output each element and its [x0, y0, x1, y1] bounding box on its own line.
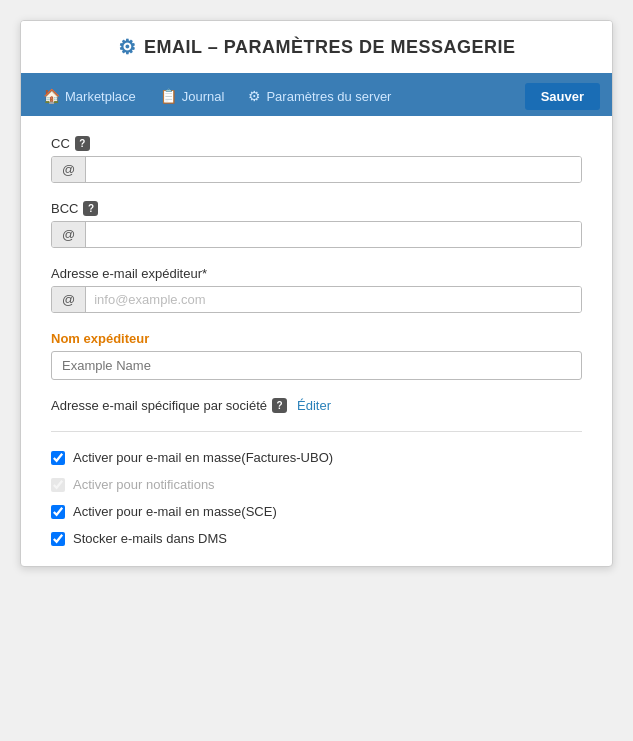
save-button[interactable]: Sauver — [525, 83, 600, 110]
checkbox-masse-factures-label[interactable]: Activer pour e-mail en masse(Factures-UB… — [73, 450, 333, 465]
specific-email-row: Adresse e-mail spécifique par société ? … — [51, 398, 582, 413]
cc-input-wrapper: @ — [51, 156, 582, 183]
sender-email-input[interactable] — [86, 287, 581, 312]
checkbox-masse-sce[interactable] — [51, 505, 65, 519]
bcc-group: BCC ? @ — [51, 201, 582, 248]
checkbox-stocker-dms[interactable] — [51, 532, 65, 546]
specific-email-label: Adresse e-mail spécifique par société ? — [51, 398, 287, 413]
tab-server-params[interactable]: ⚙ Paramètres du server — [238, 82, 401, 110]
checkbox-item-3: Activer pour e-mail en masse(SCE) — [51, 504, 582, 519]
tab-journal-label: Journal — [182, 89, 225, 104]
tab-server-params-label: Paramètres du server — [266, 89, 391, 104]
checkbox-notifications-label: Activer pour notifications — [73, 477, 215, 492]
page-title: Email – Paramètres de messagerie — [144, 37, 515, 58]
bcc-input-wrapper: @ — [51, 221, 582, 248]
form-content: CC ? @ BCC ? @ Adresse e-mail expéditeur… — [21, 116, 612, 566]
sender-name-input[interactable] — [51, 351, 582, 380]
cc-help-badge[interactable]: ? — [75, 136, 90, 151]
specific-email-help-badge[interactable]: ? — [272, 398, 287, 413]
tab-marketplace-label: Marketplace — [65, 89, 136, 104]
sender-email-input-wrapper: @ — [51, 286, 582, 313]
sender-name-group: Nom expéditeur — [51, 331, 582, 380]
edit-link[interactable]: Éditer — [297, 398, 331, 413]
cc-group: CC ? @ — [51, 136, 582, 183]
tab-journal[interactable]: 📋 Journal — [150, 82, 235, 110]
checkbox-masse-sce-label[interactable]: Activer pour e-mail en masse(SCE) — [73, 504, 277, 519]
bcc-at-prefix: @ — [52, 222, 86, 247]
server-icon: ⚙ — [248, 88, 261, 104]
bcc-input[interactable] — [86, 222, 581, 247]
gear-icon: ⚙ — [118, 35, 137, 59]
cc-input[interactable] — [86, 157, 581, 182]
checkbox-masse-factures[interactable] — [51, 451, 65, 465]
cc-label: CC ? — [51, 136, 582, 151]
journal-icon: 📋 — [160, 88, 177, 104]
tab-marketplace[interactable]: 🏠 Marketplace — [33, 82, 146, 110]
sender-email-label: Adresse e-mail expéditeur* — [51, 266, 582, 281]
title-bar: ⚙ Email – Paramètres de messagerie — [21, 21, 612, 76]
bcc-help-badge[interactable]: ? — [83, 201, 98, 216]
checkbox-notifications[interactable] — [51, 478, 65, 492]
home-icon: 🏠 — [43, 88, 60, 104]
checkbox-item-4: Stocker e-mails dans DMS — [51, 531, 582, 546]
divider — [51, 431, 582, 432]
main-window: ⚙ Email – Paramètres de messagerie 🏠 Mar… — [20, 20, 613, 567]
checkbox-stocker-dms-label[interactable]: Stocker e-mails dans DMS — [73, 531, 227, 546]
checkbox-group: Activer pour e-mail en masse(Factures-UB… — [51, 450, 582, 546]
bcc-label: BCC ? — [51, 201, 582, 216]
cc-at-prefix: @ — [52, 157, 86, 182]
checkbox-item-1: Activer pour e-mail en masse(Factures-UB… — [51, 450, 582, 465]
checkbox-item-2: Activer pour notifications — [51, 477, 582, 492]
nav-inner: 🏠 Marketplace 📋 Journal ⚙ Paramètres du … — [21, 76, 612, 116]
sender-at-prefix: @ — [52, 287, 86, 312]
sender-name-label: Nom expéditeur — [51, 331, 582, 346]
sender-email-group: Adresse e-mail expéditeur* @ — [51, 266, 582, 313]
nav-bar: 🏠 Marketplace 📋 Journal ⚙ Paramètres du … — [21, 76, 612, 116]
